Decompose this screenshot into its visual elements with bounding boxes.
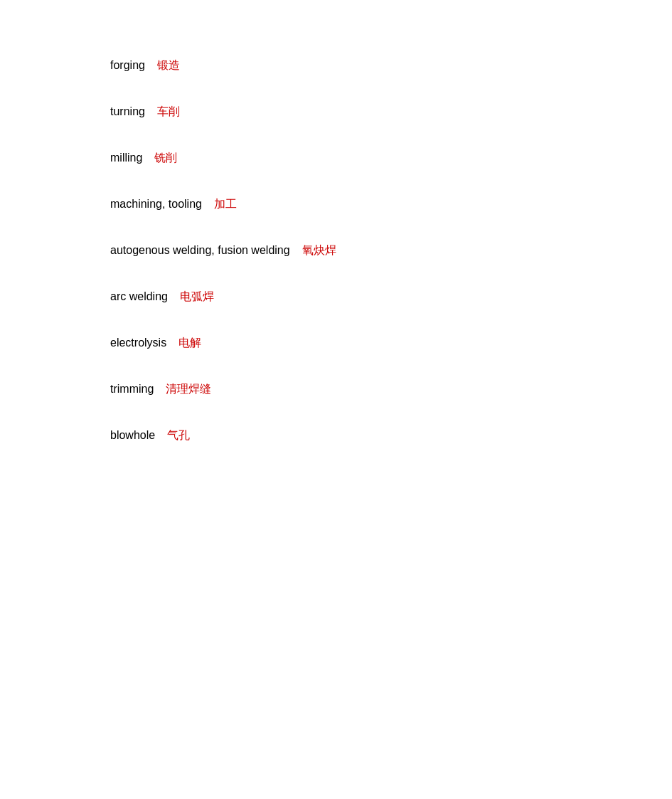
vocab-item: forging 锻造 [110, 43, 672, 89]
chinese-term: 车削 [157, 105, 180, 120]
chinese-term: 锻造 [157, 58, 180, 73]
vocab-item: blowhole 气孔 [110, 413, 672, 459]
chinese-term: 电解 [178, 336, 201, 351]
english-term: autogenous welding, fusion welding [110, 244, 297, 257]
vocab-item: machining, tooling 加工 [110, 181, 672, 228]
vocabulary-list: forging 锻造turning 车削milling 铣削machining,… [110, 43, 672, 459]
chinese-term: 清理焊缝 [166, 382, 211, 397]
vocab-item: trimming 清理焊缝 [110, 366, 672, 413]
english-term: forging [110, 59, 151, 72]
chinese-term: 电弧焊 [180, 290, 214, 305]
vocab-item: electrolysis 电解 [110, 320, 672, 366]
english-term: turning [110, 105, 151, 118]
english-term: milling [110, 152, 149, 164]
vocab-item: arc welding 电弧焊 [110, 274, 672, 320]
english-term: machining, tooling [110, 198, 208, 211]
english-term: blowhole [110, 429, 161, 442]
english-term: trimming [110, 383, 160, 396]
english-term: arc welding [110, 290, 174, 303]
chinese-term: 铣削 [154, 151, 177, 166]
chinese-term: 氧炔焊 [302, 243, 336, 258]
vocab-item: autogenous welding, fusion welding 氧炔焊 [110, 228, 672, 274]
vocab-item: milling 铣削 [110, 135, 672, 181]
chinese-term: 加工 [214, 197, 237, 212]
vocab-item: turning 车削 [110, 89, 672, 135]
chinese-term: 气孔 [167, 428, 190, 443]
english-term: electrolysis [110, 337, 173, 349]
